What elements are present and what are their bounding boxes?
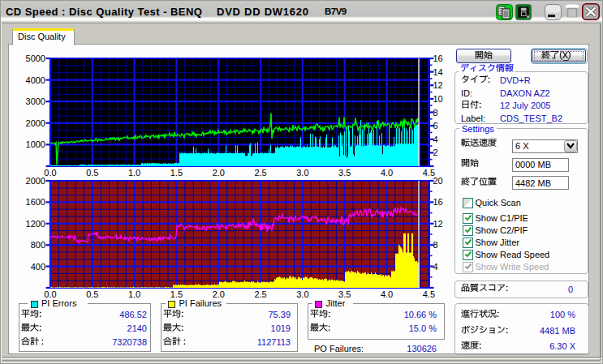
svg-text:1.0: 1.0 [128,168,140,178]
svg-text:6: 6 [433,121,438,131]
svg-text:4.0: 4.0 [381,289,393,299]
svg-text:10: 10 [433,94,443,104]
svg-text:0.5: 0.5 [86,168,98,178]
svg-text:12: 12 [433,80,443,90]
svg-text:1.5: 1.5 [170,168,183,178]
svg-text:2: 2 [433,148,438,157]
svg-text:8: 8 [433,240,438,250]
svg-text:3000: 3000 [26,96,45,106]
svg-text:3.5: 3.5 [338,168,351,178]
svg-text:3.0: 3.0 [296,168,308,178]
svg-text:2.5: 2.5 [254,168,266,178]
svg-text:14: 14 [433,67,443,77]
svg-text:1.0: 1.0 [128,289,140,299]
svg-text:3.0: 3.0 [296,289,308,299]
svg-text:1000: 1000 [26,139,45,149]
svg-text:4.5: 4.5 [423,289,435,299]
svg-text:12: 12 [433,219,443,229]
svg-text:4.0: 4.0 [381,168,393,178]
svg-text:16: 16 [433,54,443,63]
svg-text:20: 20 [433,176,443,186]
svg-text:1200: 1200 [26,219,45,229]
svg-text:0.0: 0.0 [44,168,56,178]
svg-text:1600: 1600 [26,197,45,207]
svg-text:400: 400 [31,262,45,272]
svg-text:800: 800 [31,240,45,250]
svg-text:2.5: 2.5 [254,289,266,299]
svg-text:2000: 2000 [26,118,45,128]
svg-text:2000: 2000 [26,176,45,186]
svg-text:8: 8 [433,108,438,118]
svg-text:2.0: 2.0 [213,168,225,178]
svg-text:16: 16 [433,197,443,207]
svg-text:4: 4 [433,262,438,272]
svg-text:4: 4 [433,135,438,144]
svg-text:5000: 5000 [26,54,45,63]
svg-text:0.5: 0.5 [86,289,98,299]
svg-text:4000: 4000 [26,75,45,85]
